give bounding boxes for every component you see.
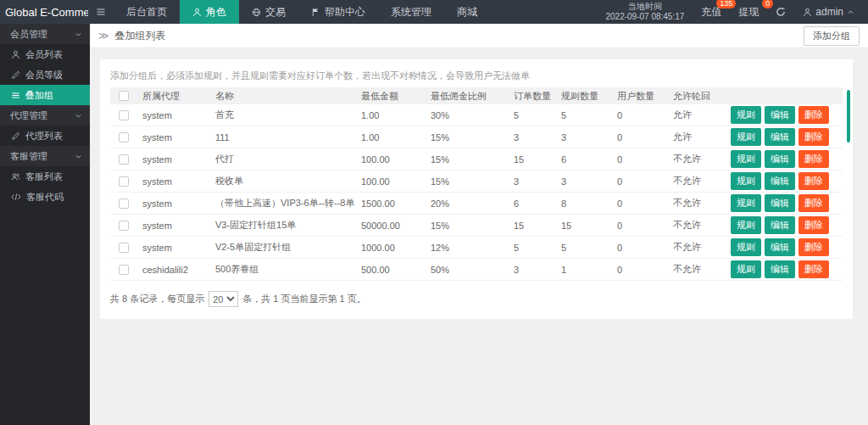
pen-icon (11, 70, 20, 80)
edit-button[interactable]: 编辑 (765, 238, 795, 256)
row-checkbox[interactable] (119, 199, 129, 209)
cell-name: V3-固定打针组15单 (214, 219, 359, 232)
username: admin (815, 6, 843, 18)
page-size-select[interactable]: 20 (209, 291, 238, 307)
delete-button[interactable]: 删除 (798, 194, 829, 212)
nav-item[interactable]: 系统管理 (378, 0, 444, 24)
row-checkbox[interactable] (119, 243, 129, 253)
chevron-up-icon (847, 8, 854, 16)
hamburger-icon[interactable] (88, 0, 114, 24)
sidebar-group[interactable]: 会员管理 (0, 24, 90, 44)
rule-button[interactable]: 规则 (731, 172, 761, 190)
delete-button[interactable]: 删除 (798, 260, 829, 278)
table-row: system首充1.0030%550允许规则编辑删除 (110, 104, 843, 126)
delete-button[interactable]: 删除 (798, 216, 829, 234)
user-icon (11, 50, 20, 59)
cell-rules: 8 (559, 199, 615, 209)
edit-button[interactable]: 编辑 (765, 260, 795, 278)
user-icon (803, 8, 812, 17)
nav-item[interactable]: 交易 (239, 0, 298, 24)
delete-button[interactable]: 删除 (798, 150, 829, 168)
rule-button[interactable]: 规则 (731, 260, 761, 278)
edit-button[interactable]: 编辑 (765, 106, 795, 124)
cell-rules: 3 (559, 176, 615, 187)
delete-button[interactable]: 删除 (798, 128, 829, 146)
select-all-checkbox[interactable] (119, 91, 129, 101)
nav-item[interactable]: 帮助中心 (298, 0, 378, 24)
sidebar-group[interactable]: 代理管理 (0, 105, 90, 126)
row-checkbox[interactable] (119, 265, 129, 275)
row-checkbox[interactable] (119, 110, 129, 120)
cell-users: 0 (615, 243, 671, 253)
breadcrumb: 叠加组列表 (115, 29, 166, 43)
cell-min_amount: 100.00 (359, 154, 429, 165)
table-row: system1111.0015%330允许规则编辑删除 (110, 126, 843, 148)
cell-loop: 允许 (671, 131, 731, 143)
sidebar-group[interactable]: 客服管理 (0, 146, 90, 166)
row-checkbox[interactable] (119, 176, 129, 187)
row-actions: 规则编辑删除 (731, 150, 843, 168)
cell-name: 税收单 (214, 175, 359, 187)
cell-loop: 不允许 (671, 263, 731, 276)
sidebar-item[interactable]: 代理列表 (0, 126, 90, 146)
delete-button[interactable]: 删除 (798, 106, 829, 124)
cell-min_commission: 15% (429, 154, 512, 165)
cell-agent: system (141, 176, 214, 187)
rule-button[interactable]: 规则 (731, 194, 761, 212)
sidebar-item[interactable]: 叠加组 (0, 85, 90, 105)
cell-min_commission: 15% (429, 176, 512, 187)
delete-button[interactable]: 删除 (798, 172, 829, 190)
withdraw-link[interactable]: 提现 0 (738, 5, 759, 20)
cell-users: 0 (615, 221, 671, 231)
edit-button[interactable]: 编辑 (765, 128, 795, 146)
row-actions: 规则编辑删除 (731, 106, 843, 124)
local-time-label: 当地时间 (605, 2, 684, 12)
rule-button[interactable]: 规则 (731, 128, 761, 146)
row-actions: 规则编辑删除 (731, 216, 843, 234)
local-time-value: 2022-09-07 08:45:17 (605, 12, 684, 22)
rule-button[interactable]: 规则 (731, 150, 761, 168)
cell-agent: system (141, 110, 214, 120)
edit-button[interactable]: 编辑 (765, 194, 795, 212)
column-header: 所属代理 (141, 90, 214, 103)
sidebar-item-label: 客服列表 (25, 171, 63, 183)
nav-item[interactable]: 商城 (444, 0, 490, 24)
delete-button[interactable]: 删除 (798, 238, 829, 256)
app-logo: Global E-Commerce... (0, 6, 88, 19)
add-group-button[interactable]: 添加分组 (804, 26, 860, 46)
edit-button[interactable]: 编辑 (765, 172, 795, 190)
cell-name: 首充 (214, 109, 359, 121)
rule-button[interactable]: 规则 (731, 238, 761, 256)
recharge-badge: 135 (716, 0, 736, 8)
sidebar-item[interactable]: 客服代码 (0, 187, 90, 207)
cell-orders: 3 (512, 265, 559, 275)
cell-users: 0 (615, 110, 671, 120)
edit-button[interactable]: 编辑 (765, 150, 795, 168)
sidebar-item[interactable]: 会员列表 (0, 44, 90, 64)
row-checkbox[interactable] (119, 154, 129, 165)
rule-button[interactable]: 规则 (731, 216, 761, 234)
user-menu[interactable]: admin (803, 6, 854, 18)
refresh-icon[interactable] (776, 7, 786, 17)
nav-item[interactable]: 后台首页 (114, 0, 180, 24)
edit-button[interactable]: 编辑 (765, 216, 795, 234)
sidebar-item[interactable]: 会员等级 (0, 64, 90, 85)
rule-button[interactable]: 规则 (731, 106, 761, 124)
cell-loop: 不允许 (671, 175, 731, 187)
nav-item-label: 系统管理 (391, 5, 431, 20)
row-checkbox[interactable] (119, 132, 129, 143)
sidebar-item[interactable]: 客服列表 (0, 166, 90, 187)
cell-agent: system (141, 132, 214, 143)
row-checkbox[interactable] (119, 221, 129, 231)
cell-loop: 不允许 (671, 241, 731, 254)
sidebar-item-label: 叠加组 (25, 89, 53, 102)
sidebar: 会员管理会员列表会员等级叠加组代理管理代理列表客服管理客服列表客服代码 (0, 24, 90, 425)
column-header: 最低佣金比例 (429, 90, 512, 103)
recharge-link[interactable]: 充值 135 (701, 5, 721, 20)
table-scrollbar[interactable] (847, 90, 850, 143)
cell-orders: 3 (512, 176, 559, 187)
topbar-right: 当地时间 2022-09-07 08:45:17 充值 135 提现 0 adm… (605, 2, 868, 22)
nav-item[interactable]: 角色 (180, 0, 239, 24)
cell-agent: ceshidalili2 (141, 265, 214, 275)
cell-min_commission: 15% (429, 221, 512, 231)
